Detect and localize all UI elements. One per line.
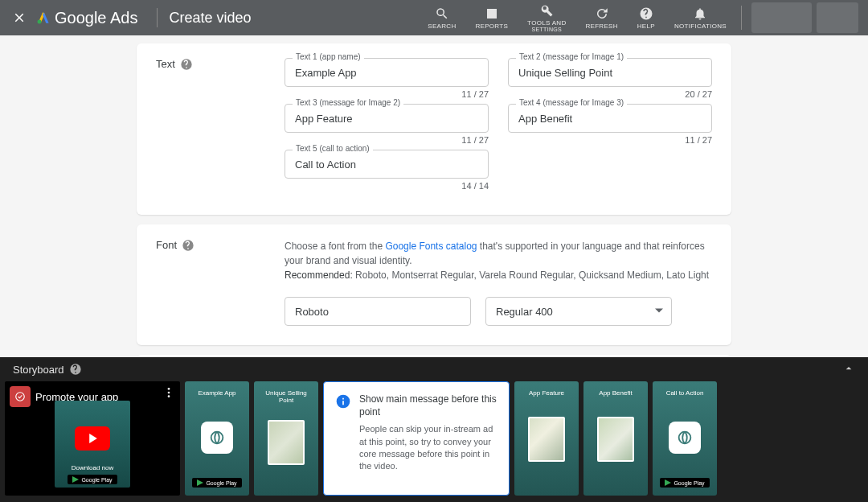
text5-input[interactable] — [285, 150, 489, 179]
help-icon[interactable] — [69, 363, 82, 376]
font-description: Choose a font from the Google Fonts cata… — [285, 239, 712, 282]
reports-icon — [485, 6, 499, 21]
close-button[interactable] — [10, 8, 29, 27]
help-icon[interactable] — [182, 239, 194, 252]
storyboard-frame-5[interactable]: Call to Action Google Play — [653, 381, 717, 496]
storyboard-label: Storyboard — [13, 364, 64, 376]
text2-label: Text 2 (message for Image 1) — [516, 52, 627, 61]
google-play-badge: Google Play — [68, 475, 117, 484]
chevron-down-icon — [655, 306, 663, 318]
text5-label: Text 5 (call to action) — [293, 144, 373, 153]
storyboard-frame-1[interactable]: Example App Google Play — [185, 381, 249, 496]
google-play-badge: Google Play — [660, 478, 709, 488]
text2-input[interactable] — [508, 58, 712, 87]
help-icon[interactable] — [180, 58, 193, 71]
app-icon — [669, 422, 701, 454]
vertical-divider — [157, 8, 158, 27]
text3-label: Text 3 (message for Image 2) — [293, 98, 403, 107]
svg-point-4 — [168, 395, 170, 397]
collapse-storyboard-button[interactable] — [842, 362, 855, 377]
user-avatar[interactable] — [817, 2, 858, 33]
info-icon — [335, 393, 351, 485]
text4-label: Text 4 (message for Image 3) — [516, 98, 627, 107]
text5-counter: 14 / 14 — [285, 181, 489, 191]
logo-google-text: Google — [55, 9, 107, 27]
refresh-action[interactable]: REFRESH — [585, 6, 617, 30]
svg-point-6 — [679, 431, 691, 443]
font-panel: Font Choose a font from the Google Fonts… — [137, 224, 731, 345]
storyboard-panel: Storyboard Promote your app Download now… — [0, 357, 868, 502]
refresh-icon — [595, 6, 609, 21]
account-switcher[interactable] — [751, 2, 812, 33]
notifications-action[interactable]: NOTIFICATIONS — [674, 6, 727, 30]
svg-point-1 — [16, 393, 25, 401]
preview-video-thumbnail[interactable]: Promote your app Download now Google Pla… — [5, 381, 180, 496]
storyboard-frame-3[interactable]: App Feature — [514, 381, 579, 496]
ads-logo-icon — [35, 10, 51, 26]
kebab-icon — [162, 386, 175, 399]
tools-settings-action[interactable]: TOOLS ANDSETTINGS — [527, 3, 566, 32]
google-play-badge: Google Play — [192, 478, 241, 488]
svg-point-5 — [211, 431, 223, 443]
text1-input[interactable] — [285, 58, 489, 87]
logo-ads-text: Ads — [110, 9, 137, 27]
storyboard-frame-2[interactable]: Unique Selling Point — [254, 381, 318, 496]
close-icon — [12, 10, 27, 25]
help-action[interactable]: HELP — [637, 6, 655, 30]
midpoint-info-card: Show main message before this point Peop… — [323, 381, 510, 496]
text4-input[interactable] — [508, 104, 712, 133]
wrench-icon — [539, 3, 554, 18]
frame-image — [528, 417, 565, 462]
text-section-label: Text — [156, 58, 175, 70]
vertical-divider — [741, 6, 742, 30]
info-title: Show main message before this point — [359, 393, 497, 418]
search-action[interactable]: SEARCH — [428, 6, 456, 30]
app-badge-icon — [10, 386, 31, 407]
svg-point-3 — [168, 392, 170, 394]
search-icon — [435, 6, 449, 21]
info-body: People can skip your in-stream ad at thi… — [359, 423, 497, 473]
download-label: Download now — [72, 464, 113, 471]
frame-image — [268, 420, 305, 465]
app-icon — [201, 422, 233, 454]
font-name-input[interactable] — [285, 297, 471, 326]
google-fonts-link[interactable]: Google Fonts catalog — [385, 241, 477, 252]
font-section-label: Font — [156, 239, 177, 251]
play-video-button[interactable] — [75, 426, 110, 451]
help-icon — [639, 6, 653, 21]
text-panel: Text Text 1 (app name) 11 / 27 Text 2 (m… — [137, 43, 731, 215]
chevron-up-icon — [842, 362, 855, 375]
storyboard-frame-4[interactable]: App Benefit — [583, 381, 648, 496]
svg-point-0 — [38, 20, 42, 24]
bell-icon — [693, 6, 707, 21]
frame-image — [597, 417, 634, 462]
video-menu-button[interactable] — [162, 386, 175, 402]
font-weight-select[interactable]: Regular 400 — [485, 297, 672, 326]
reports-action[interactable]: REPORTS — [475, 6, 508, 30]
google-ads-logo: Google Ads — [35, 9, 137, 27]
svg-point-2 — [168, 388, 170, 390]
text4-counter: 11 / 27 — [508, 135, 712, 145]
page-title: Create video — [169, 10, 251, 27]
text1-label: Text 1 (app name) — [293, 52, 364, 61]
play-icon — [88, 434, 98, 443]
text3-input[interactable] — [285, 104, 489, 133]
